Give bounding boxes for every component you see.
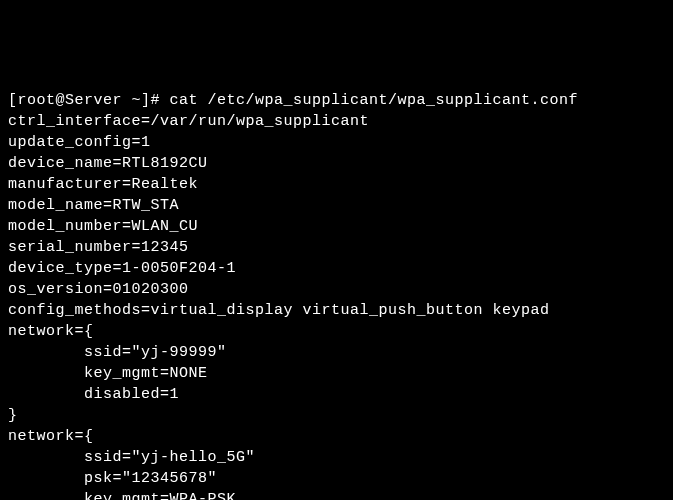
config-line-device-name: device_name=RTL8192CU xyxy=(8,153,665,174)
command-text: cat /etc/wpa_supplicant/wpa_supplicant.c… xyxy=(170,92,579,109)
config-line-model-name: model_name=RTW_STA xyxy=(8,195,665,216)
network-key-mgmt: key_mgmt=NONE xyxy=(8,363,665,384)
config-line-config-methods: config_methods=virtual_display virtual_p… xyxy=(8,300,665,321)
network-psk: psk="12345678" xyxy=(8,468,665,489)
network-disabled: disabled=1 xyxy=(8,384,665,405)
shell-prompt: [root@Server ~]# xyxy=(8,92,170,109)
network-block-close: } xyxy=(8,405,665,426)
terminal-output[interactable]: [root@Server ~]# cat /etc/wpa_supplicant… xyxy=(8,90,665,500)
config-line-update-config: update_config=1 xyxy=(8,132,665,153)
command-line: [root@Server ~]# cat /etc/wpa_supplicant… xyxy=(8,90,665,111)
network-block-open: network={ xyxy=(8,426,665,447)
config-line-device-type: device_type=1-0050F204-1 xyxy=(8,258,665,279)
config-line-manufacturer: manufacturer=Realtek xyxy=(8,174,665,195)
network-key-mgmt: key_mgmt=WPA-PSK xyxy=(8,489,665,500)
network-block-open: network={ xyxy=(8,321,665,342)
network-ssid: ssid="yj-hello_5G" xyxy=(8,447,665,468)
network-ssid: ssid="yj-99999" xyxy=(8,342,665,363)
config-line-os-version: os_version=01020300 xyxy=(8,279,665,300)
config-line-ctrl-interface: ctrl_interface=/var/run/wpa_supplicant xyxy=(8,111,665,132)
config-line-model-number: model_number=WLAN_CU xyxy=(8,216,665,237)
config-line-serial-number: serial_number=12345 xyxy=(8,237,665,258)
